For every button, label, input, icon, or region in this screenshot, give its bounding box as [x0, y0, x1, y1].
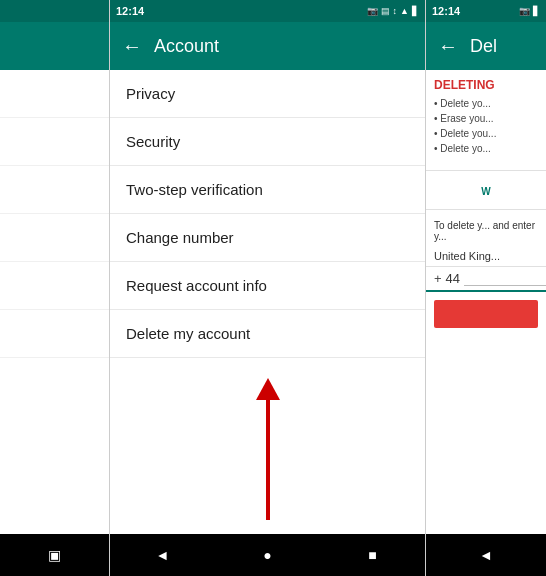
middle-status-icons: 📷 ▤ ↕ ▲ ▋: [367, 6, 419, 16]
right-battery-icon: ▋: [533, 6, 540, 16]
signal-icon: ▲: [400, 6, 409, 16]
red-arrow: [256, 378, 280, 534]
right-app-bar: ← Del: [426, 22, 546, 70]
whatsapp-link[interactable]: W: [481, 186, 490, 197]
back-nav-icon[interactable]: ◄: [148, 540, 178, 570]
left-item-3: [0, 166, 109, 214]
arrows-icon: ↕: [393, 6, 398, 16]
delete-bullet-3: • Delete you...: [434, 126, 538, 141]
right-panel: 12:14 📷 ▋ ← Del DELETING • Delete yo... …: [426, 0, 546, 576]
left-status-bar: [0, 0, 109, 22]
right-back-button[interactable]: ←: [438, 35, 458, 58]
phone-country-code: 44: [446, 271, 460, 286]
delete-divider-1: [426, 170, 546, 171]
recent-nav-icon[interactable]: ■: [358, 540, 388, 570]
menu-item-delete-account[interactable]: Delete my account: [110, 310, 425, 358]
delete-phone-row: + 44: [426, 267, 546, 292]
middle-status-bar: 12:14 📷 ▤ ↕ ▲ ▋: [110, 0, 425, 22]
left-item-2: [0, 118, 109, 166]
back-button[interactable]: ←: [122, 35, 142, 58]
right-page-title: Del: [470, 36, 497, 57]
right-camera-icon: 📷: [519, 6, 530, 16]
arrow-line: [266, 400, 270, 520]
middle-panel: 12:14 📷 ▤ ↕ ▲ ▋ ← Account Privacy Securi…: [110, 0, 426, 576]
left-item-4: [0, 214, 109, 262]
left-item-5: [0, 262, 109, 310]
right-status-bar: 12:14 📷 ▋: [426, 0, 546, 22]
menu-item-request-info[interactable]: Request account info: [110, 262, 425, 310]
phone-plus-icon: +: [434, 271, 442, 286]
right-nav-bar: ◄: [426, 534, 546, 576]
menu-item-two-step[interactable]: Two-step verification: [110, 166, 425, 214]
security-label: Security: [126, 133, 180, 150]
phone-number-input[interactable]: [464, 271, 546, 286]
delete-divider-2: [426, 209, 546, 210]
left-item-1: [0, 70, 109, 118]
change-number-label: Change number: [126, 229, 234, 246]
menu-item-security[interactable]: Security: [110, 118, 425, 166]
home-nav-icon[interactable]: ●: [253, 540, 283, 570]
annotation-arrow-area: [110, 358, 425, 534]
right-back-nav-icon[interactable]: ◄: [471, 540, 501, 570]
left-square-icon[interactable]: ▣: [40, 540, 70, 570]
middle-time: 12:14: [116, 5, 144, 17]
deleting-title: DELETING: [434, 78, 538, 92]
deleting-header: DELETING • Delete yo... • Erase you... •…: [426, 70, 546, 164]
privacy-label: Privacy: [126, 85, 175, 102]
delete-bullet-1: • Delete yo...: [434, 96, 538, 111]
menu-icon: ▤: [381, 6, 390, 16]
left-panel: ▣: [0, 0, 110, 576]
menu-item-change-number[interactable]: Change number: [110, 214, 425, 262]
delete-content: DELETING • Delete yo... • Erase you... •…: [426, 70, 546, 534]
camera-icon: 📷: [367, 6, 378, 16]
page-title: Account: [154, 36, 219, 57]
right-time: 12:14: [432, 5, 460, 17]
right-status-icons: 📷 ▋: [519, 6, 540, 16]
delete-bullet-4: • Delete yo...: [434, 141, 538, 156]
request-info-label: Request account info: [126, 277, 267, 294]
left-nav-bar: ▣: [0, 534, 109, 576]
left-item-6: [0, 310, 109, 358]
two-step-label: Two-step verification: [126, 181, 263, 198]
delete-bullet-2: • Erase you...: [434, 111, 538, 126]
account-menu-list: Privacy Security Two-step verification C…: [110, 70, 425, 358]
battery-icon: ▋: [412, 6, 419, 16]
menu-item-privacy[interactable]: Privacy: [110, 70, 425, 118]
delete-account-label: Delete my account: [126, 325, 250, 342]
middle-nav-bar: ◄ ● ■: [110, 534, 425, 576]
delete-country-field[interactable]: United King...: [426, 246, 546, 267]
delete-account-button[interactable]: [434, 300, 538, 328]
arrow-head-icon: [256, 378, 280, 400]
left-app-bar: [0, 22, 109, 70]
delete-warning-text: To delete y... and enter y...: [426, 216, 546, 246]
middle-app-bar: ← Account: [110, 22, 425, 70]
